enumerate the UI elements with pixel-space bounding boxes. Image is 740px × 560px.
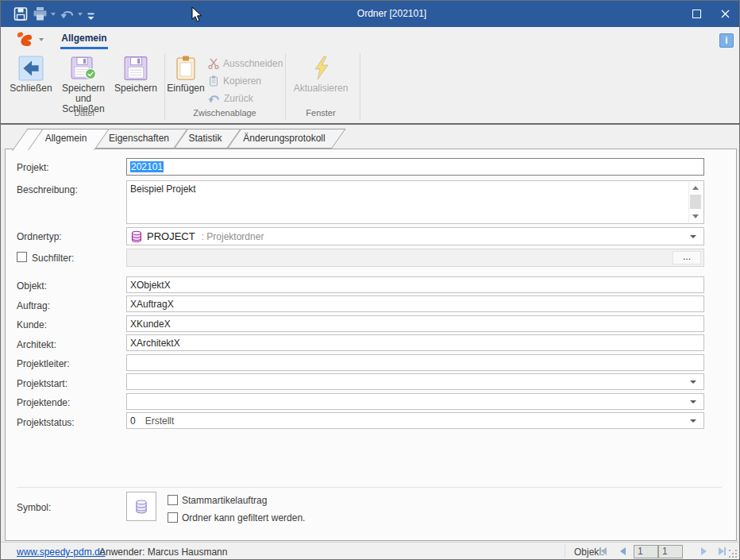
ribbon-tab-allgemein[interactable]: Allgemein (60, 33, 108, 44)
beschreibung-label: Beschreibung: (17, 184, 78, 195)
objekt-input[interactable]: XObjektX (126, 276, 704, 293)
scissors-icon (208, 58, 219, 69)
beschreibung-textarea[interactable]: Beispiel Projekt (126, 180, 704, 224)
schliessen-button[interactable]: Schließen (10, 53, 52, 94)
save-check-icon (70, 56, 97, 81)
copy-icon (208, 75, 219, 87)
close-icon (721, 10, 730, 18)
scroll-up-icon[interactable] (692, 186, 699, 190)
symbol-button[interactable] (126, 492, 156, 521)
close-arrow-icon (18, 56, 44, 81)
last-record-button[interactable] (719, 547, 726, 555)
maximize-button[interactable] (684, 1, 709, 27)
ausschneiden-button[interactable]: Ausschneiden (208, 56, 283, 71)
database-icon (134, 499, 148, 515)
aktualisieren-button[interactable]: Aktualisieren (290, 53, 352, 94)
maximize-icon (692, 10, 701, 18)
group-label-zwischenablage: Zwischenablage (167, 108, 283, 118)
tab-statistik[interactable]: Statistik (174, 129, 227, 149)
browse-button[interactable]: ... (673, 251, 701, 265)
floppy-disk-icon (123, 56, 148, 81)
ordner-filter-label: Ordner kann gefiltert werden. (182, 512, 305, 523)
architekt-input[interactable]: XArchitektX (126, 334, 704, 351)
group-label-datei: Datei (10, 108, 158, 118)
speichern-und-schliessen-button[interactable]: Speichern und Schließen (53, 53, 114, 114)
logo-dropdown-icon[interactable] (39, 38, 44, 41)
architekt-label: Architekt: (17, 339, 56, 350)
statusbar-separator (565, 544, 565, 558)
ribbon-tab-row (1, 27, 739, 50)
window-title: Ordner [202101] (1, 8, 739, 19)
objekt-label: Objekt: (17, 280, 47, 292)
ordnertyp-combobox[interactable]: PROJECT : Projektordner (126, 227, 704, 245)
close-button[interactable] (712, 1, 738, 27)
kopieren-button[interactable]: Kopieren (208, 74, 261, 88)
speichern-button[interactable]: Speichern (114, 53, 158, 94)
first-record-button[interactable] (599, 547, 607, 555)
database-icon (130, 230, 143, 243)
zurueck-button[interactable]: Zurück (208, 91, 253, 106)
chevron-down-icon[interactable] (690, 380, 696, 384)
chevron-down-icon[interactable] (690, 235, 696, 238)
stammartikelauftrag-label: Stammartikelauftrag (182, 495, 267, 506)
ribbon-separator (164, 53, 165, 120)
kunde-input[interactable]: XKundeX (126, 315, 704, 332)
scroll-down-icon[interactable] (692, 214, 699, 218)
resize-grip[interactable] (729, 550, 730, 551)
projektstatus-label: Projektstatus: (17, 417, 75, 428)
scrollbar[interactable] (688, 182, 703, 222)
symbol-label: Symbol: (17, 502, 51, 513)
projektstatus-combobox[interactable]: 0 Erstellt (126, 412, 704, 429)
lightning-icon (310, 56, 331, 81)
website-link[interactable]: www.speedy-pdm.de (17, 546, 105, 558)
suchfilter-label: Suchfilter: (32, 253, 74, 264)
tab-aenderungsprotokoll[interactable]: Änderungsprotokoll (227, 129, 332, 149)
einfuegen-button[interactable]: Einfügen (167, 53, 205, 94)
undo-arrow-icon (208, 94, 220, 104)
user-status-text: Anwender: Marcus Hausmann (99, 546, 227, 558)
record-total-box[interactable]: 1 (658, 545, 683, 558)
info-button[interactable]: i (719, 33, 734, 48)
group-label-fenster: Fenster (290, 108, 352, 118)
next-record-button[interactable] (701, 547, 707, 555)
suchfilter-checkbox[interactable] (17, 252, 27, 262)
stammartikelauftrag-checkbox[interactable] (168, 495, 178, 505)
projektende-datepicker[interactable] (126, 393, 704, 410)
chevron-down-icon[interactable] (690, 400, 696, 404)
kunde-label: Kunde: (17, 319, 47, 330)
section-divider (17, 487, 722, 488)
previous-record-button[interactable] (620, 547, 626, 555)
ordnertyp-label: Ordnertyp: (17, 231, 62, 242)
record-current-box[interactable]: 1 (634, 545, 658, 558)
projektstart-label: Projektstart: (17, 378, 67, 389)
projektende-label: Projektende: (17, 397, 70, 408)
ribbon-separator (285, 53, 286, 120)
app-window: Ordner [202101] Allgemein i Schließen (0, 0, 740, 560)
projektstart-datepicker[interactable] (126, 373, 704, 390)
ribbon-tab-underline (60, 47, 108, 49)
auftrag-input[interactable]: XAuftragX (126, 295, 704, 312)
chevron-down-icon[interactable] (690, 419, 696, 423)
ribbon-separator (360, 53, 360, 120)
scrollbar-thumb[interactable] (690, 195, 701, 209)
selected-text: 202101 (130, 161, 164, 172)
auftrag-label: Auftrag: (17, 300, 50, 311)
projekt-label: Projekt: (17, 162, 49, 173)
paste-clipboard-icon (174, 56, 198, 81)
tab-allgemein[interactable]: Allgemein (28, 129, 94, 150)
projektleiter-input[interactable] (126, 354, 704, 371)
speedy-logo-icon[interactable] (15, 31, 35, 51)
ordner-filter-checkbox[interactable] (168, 512, 178, 523)
suchfilter-input[interactable]: ... (126, 249, 704, 267)
last-record-icon (724, 547, 726, 555)
projektleiter-label: Projektleiter: (17, 358, 70, 369)
projekt-input[interactable]: 202101 (126, 158, 704, 176)
